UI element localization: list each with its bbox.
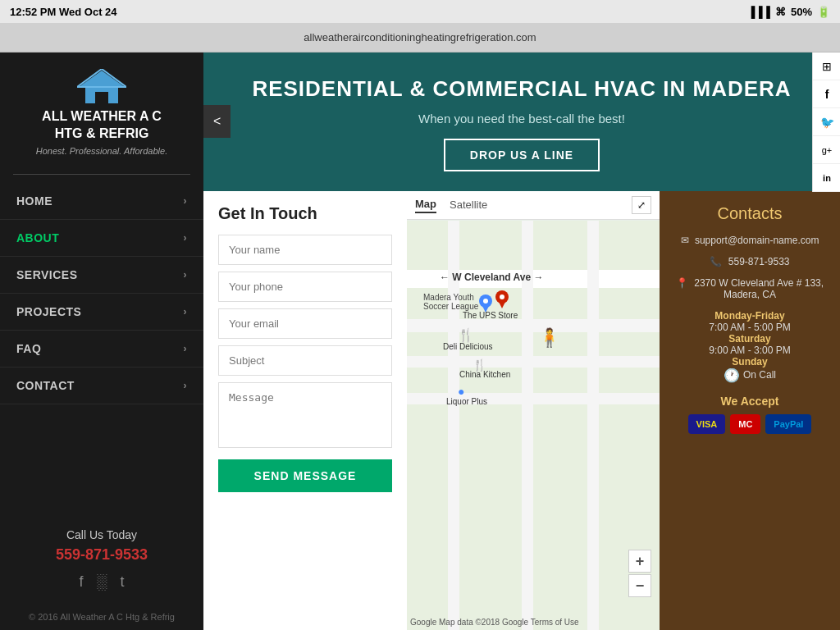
hours-time-sun: On Call [743, 369, 776, 381]
zoom-out-button[interactable]: − [628, 574, 651, 597]
googleplus-sidebar-icon[interactable]: g+ [813, 136, 840, 164]
twitter-icon[interactable]: t [120, 573, 124, 591]
poi-label-2: The UPS Store [463, 311, 518, 320]
zoom-in-button[interactable]: + [628, 550, 651, 573]
battery-icon: 🔋 [817, 6, 830, 18]
linkedin-sidebar-icon[interactable]: in [813, 164, 840, 192]
street-h4 [407, 393, 660, 404]
nav-faq[interactable]: FAQ › [0, 331, 203, 368]
back-button[interactable]: < [203, 105, 231, 138]
form-title: Get In Touch [218, 204, 392, 223]
map-visual: ← W Cleveland Ave → Madera YouthSoccer L… [407, 221, 660, 630]
contacts-panel: Contacts ✉ support@domain-name.com 📞 559… [660, 191, 840, 630]
drop-line-button[interactable]: DROP US A LINE [444, 139, 600, 171]
liquor-icon: ● [458, 385, 464, 398]
svg-point-9 [500, 294, 504, 299]
hours-label-sun: Sunday [671, 356, 829, 368]
status-time: 12:52 PM Wed Oct 24 [10, 6, 117, 18]
street-h3 [407, 356, 660, 368]
nav-contact[interactable]: CONTACT › [0, 368, 203, 404]
svg-point-6 [483, 299, 488, 304]
svg-marker-0 [79, 71, 125, 87]
phone-input[interactable] [218, 272, 392, 302]
chevron-right-icon: › [184, 380, 188, 391]
svg-marker-8 [499, 302, 505, 308]
call-section: Call Us Today 559-871-9533 f ░ t [0, 515, 203, 604]
visa-card: VISA [688, 414, 726, 434]
url-bar[interactable]: allweatherairconditioningheatingrefriger… [0, 23, 840, 52]
mastercard-card: MC [730, 414, 760, 434]
nav-home[interactable]: HOME › [0, 183, 203, 220]
hours-time-sun-row: 🕐 On Call [671, 368, 829, 383]
restaurant-icon: 🍴 [458, 327, 474, 343]
logo-icon [77, 69, 126, 105]
hero-section: < RESIDENTIAL & COMMERCIAL HVAC IN MADER… [203, 52, 840, 191]
chevron-right-icon: › [184, 343, 188, 354]
payment-cards: VISA MC PayPal [671, 414, 829, 434]
we-accept-label: We Accept [671, 395, 829, 408]
status-bar: 12:52 PM Wed Oct 24 ▐▐▐ ⌘ 50% 🔋 [0, 0, 840, 23]
twitter-sidebar-icon[interactable]: 🐦 [813, 108, 840, 136]
contacts-title: Contacts [671, 204, 829, 223]
logo-tagline: Honest. Professional. Affordable. [13, 146, 190, 156]
poi-label-4: China Kitchen [459, 370, 510, 379]
map-tab-satellite[interactable]: Satellite [450, 197, 487, 212]
contact-address: 📍 2370 W Cleveland Ave # 133,Madera, CA [671, 277, 829, 300]
chevron-right-icon: › [184, 195, 188, 207]
nav-projects[interactable]: PROJECTS › [0, 294, 203, 331]
chevron-right-icon: › [184, 232, 188, 244]
poi-label-1: Madera YouthSoccer League [423, 293, 478, 311]
call-label: Call Us Today [13, 528, 190, 541]
hours-label-mf: Monday-Friday [671, 310, 829, 322]
nav-services[interactable]: SERVICES › [0, 257, 203, 294]
main-nav: HOME › ABOUT › SERVICES › PROJECTS › FAQ… [0, 183, 203, 404]
poi-label-3: Deli Delicious [443, 342, 493, 351]
contact-email: ✉ support@domain-name.com [671, 235, 829, 246]
subject-input[interactable] [218, 345, 392, 376]
instagram-icon[interactable]: ░ [97, 573, 107, 591]
hours-time-mf: 7:00 AM - 5:00 PM [671, 322, 829, 333]
map-tab-map[interactable]: Map [415, 196, 436, 213]
email-input[interactable] [218, 308, 392, 339]
rss-icon[interactable]: ⊞ [813, 52, 840, 80]
nav-about[interactable]: ABOUT › [0, 220, 203, 257]
blue-pin [479, 294, 492, 313]
phone-icon: 📞 [710, 256, 722, 267]
street-label: ← W Cleveland Ave → [440, 272, 543, 283]
send-message-button[interactable]: SEND MESSAGE [218, 459, 392, 492]
hero-subtitle: When you need the best-call the best! [236, 112, 807, 126]
map-attribution: Google Map data ©2018 Google Terms of Us… [410, 618, 660, 627]
lower-section: Get In Touch SEND MESSAGE Map Satellite … [203, 191, 840, 630]
map-controls: Map Satellite ⤢ [407, 191, 660, 220]
name-input[interactable] [218, 235, 392, 265]
hours-label-sat: Saturday [671, 333, 829, 345]
facebook-icon[interactable]: f [80, 573, 84, 591]
map-zoom-controls: + − [628, 550, 651, 597]
chevron-right-icon: › [184, 269, 188, 281]
logo-text: ALL WEATHER A C HTG & REFRIG [13, 108, 190, 143]
wifi-icon: ⌘ [775, 6, 786, 18]
map-expand-button[interactable]: ⤢ [632, 196, 651, 214]
sidebar: ALL WEATHER A C HTG & REFRIG Honest. Pro… [0, 52, 203, 630]
main-container: ALL WEATHER A C HTG & REFRIG Honest. Pro… [0, 52, 840, 630]
street-v3 [587, 221, 599, 630]
call-number[interactable]: 559-871-9533 [13, 546, 190, 564]
logo-area: ALL WEATHER A C HTG & REFRIG Honest. Pro… [0, 52, 203, 166]
poi-label-5: Liquor Plus [446, 397, 487, 406]
content-area: < RESIDENTIAL & COMMERCIAL HVAC IN MADER… [203, 52, 840, 630]
hours-time-sat: 9:00 AM - 3:00 PM [671, 345, 829, 356]
facebook-sidebar-icon[interactable]: f [813, 80, 840, 108]
chevron-right-icon: › [184, 306, 188, 317]
street-h2 [407, 319, 660, 332]
location-icon: 📍 [676, 277, 688, 289]
svg-rect-2 [95, 92, 108, 103]
battery-indicator: 50% [791, 6, 812, 18]
person-icon: 🧍 [538, 327, 560, 349]
email-icon: ✉ [681, 235, 689, 246]
message-input[interactable] [218, 382, 392, 448]
copyright: © 2016 All Weather A C Htg & Refrig [0, 604, 203, 630]
clock-icon: 🕐 [724, 368, 740, 383]
hero-title: RESIDENTIAL & COMMERCIAL HVAC IN MADERA [236, 75, 807, 103]
contact-phone: 📞 559-871-9533 [671, 256, 829, 267]
map-section: Map Satellite ⤢ ← W Cleveland Ave → [407, 191, 660, 630]
